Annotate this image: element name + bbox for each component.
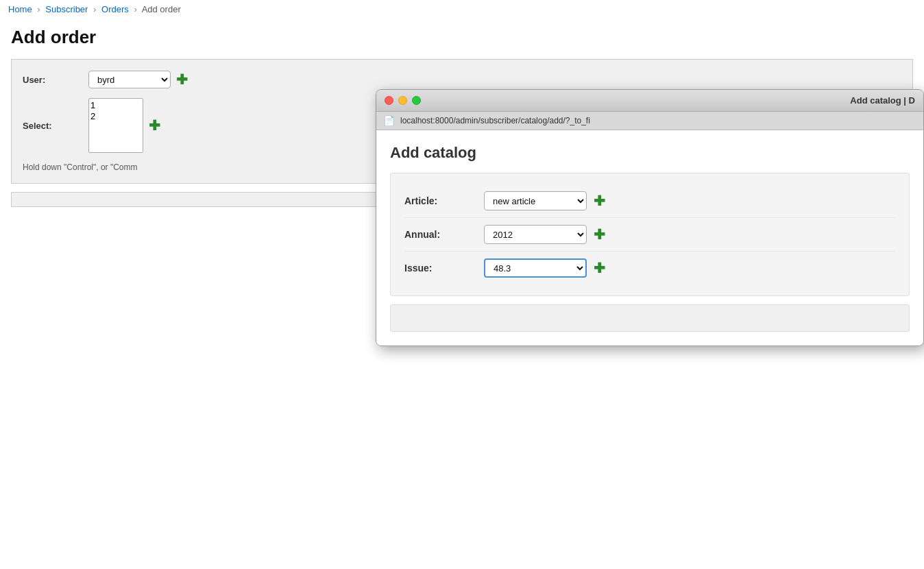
user-row: User: byrd admin test ✚ [23, 71, 901, 88]
article-label: Article: [404, 195, 473, 206]
article-select[interactable]: new article existing article [484, 191, 587, 207]
article-control: new article existing article ✚ [484, 191, 605, 207]
user-select[interactable]: byrd admin test [88, 71, 171, 88]
popup-form-section: Article: new article existing article ✚ … [390, 173, 910, 207]
user-control: byrd admin test ✚ [88, 71, 188, 88]
minimize-button[interactable] [398, 96, 407, 105]
article-row: Article: new article existing article ✚ [404, 184, 895, 207]
breadcrumb-orders[interactable]: Orders [101, 4, 129, 14]
page-title: Add order [0, 19, 924, 59]
breadcrumb-home[interactable]: Home [8, 4, 32, 14]
add-article-button[interactable]: ✚ [594, 194, 605, 207]
breadcrumb-current: Add order [142, 4, 181, 14]
close-button[interactable] [385, 96, 393, 105]
add-user-button[interactable]: ✚ [176, 73, 188, 86]
popup-title: Add catalog | D [421, 95, 915, 106]
breadcrumb: Home › Subscriber › Orders › Add order [0, 0, 924, 19]
catalog-multiselect[interactable]: 1 2 [88, 98, 143, 153]
popup-titlebar: Add catalog | D [376, 90, 923, 112]
breadcrumb-subscriber[interactable]: Subscriber [45, 4, 88, 14]
titlebar-buttons [385, 96, 421, 105]
popup-addressbar: 📄 localhost:8000/admin/subscriber/catalo… [376, 112, 923, 130]
popup-content: Add catalog Article: new article existin… [376, 130, 923, 207]
select-control: 1 2 ✚ [88, 98, 160, 153]
popup-window[interactable]: Add catalog | D 📄 localhost:8000/admin/s… [376, 89, 924, 207]
maximize-button[interactable] [412, 96, 421, 105]
page-icon: 📄 [383, 115, 395, 126]
user-label: User: [23, 75, 77, 85]
popup-content-title: Add catalog [390, 144, 910, 162]
address-text: localhost:8000/admin/subscriber/catalog/… [400, 116, 590, 125]
add-catalog-button[interactable]: ✚ [149, 119, 160, 132]
select-label: Select: [23, 121, 77, 131]
